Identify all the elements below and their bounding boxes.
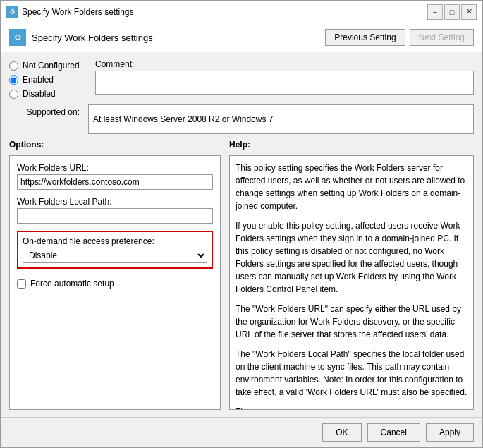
url-input[interactable] — [17, 174, 213, 190]
header-icon: ⚙ — [9, 29, 26, 46]
on-demand-section: On-demand file access preference: Disabl… — [17, 231, 213, 269]
window-controls: − □ ✕ — [427, 4, 477, 20]
local-path-label: Work Folders Local Path: — [17, 197, 213, 207]
next-setting-button[interactable]: Next Setting — [410, 29, 474, 46]
minimize-button[interactable]: − — [427, 4, 443, 20]
disabled-option[interactable]: Disabled — [9, 89, 87, 99]
cancel-button[interactable]: Cancel — [367, 423, 420, 442]
force-setup-label: Force automatic setup — [30, 279, 114, 289]
enabled-radio[interactable] — [9, 75, 18, 85]
maximize-button[interactable]: □ — [444, 4, 460, 20]
radio-comment-row: Not Configured Enabled Disabled Comment: — [9, 59, 474, 99]
close-button[interactable]: ✕ — [461, 4, 477, 20]
comment-section: Comment: — [95, 59, 474, 95]
help-pane: Help: This policy setting specifies the … — [229, 140, 474, 410]
options-pane: Options: Work Folders URL: Work Folders … — [9, 140, 221, 410]
footer: OK Cancel Apply — [1, 417, 482, 447]
header-left: ⚙ Specify Work Folders settings — [9, 29, 153, 46]
header-bar: ⚙ Specify Work Folders settings Previous… — [1, 23, 482, 52]
window-icon: ⚙ — [6, 6, 18, 18]
help-para-5: The ... — [236, 406, 467, 410]
header-title: Specify Work Folders settings — [32, 32, 153, 43]
help-text: This policy setting specifies the Work F… — [229, 155, 474, 410]
supported-value: At least Windows Server 2008 R2 or Windo… — [88, 104, 474, 134]
supported-label: Supported on: — [9, 104, 80, 117]
help-title: Help: — [229, 140, 474, 150]
enabled-option[interactable]: Enabled — [9, 75, 87, 85]
url-label: Work Folders URL: — [17, 163, 213, 173]
radio-group: Not Configured Enabled Disabled — [9, 59, 87, 99]
help-para-3: The "Work Folders URL" can specify eithe… — [236, 303, 467, 341]
window-title: Specify Work Folders settings — [22, 7, 423, 17]
help-para-4: The "Work Folders Local Path" specifies … — [236, 348, 467, 399]
force-setup-option[interactable]: Force automatic setup — [17, 279, 213, 289]
previous-setting-button[interactable]: Previous Setting — [325, 29, 405, 46]
comment-textarea[interactable] — [95, 71, 474, 95]
on-demand-label: On-demand file access preference: — [23, 236, 207, 246]
options-help-row: Options: Work Folders URL: Work Folders … — [9, 140, 474, 410]
not-configured-option[interactable]: Not Configured — [9, 61, 87, 71]
disabled-radio[interactable] — [9, 90, 18, 99]
apply-button[interactable]: Apply — [426, 423, 474, 442]
comment-label: Comment: — [95, 59, 474, 69]
ok-button[interactable]: OK — [322, 423, 361, 442]
header-buttons: Previous Setting Next Setting — [325, 29, 474, 46]
not-configured-radio[interactable] — [9, 61, 18, 71]
local-path-input[interactable] — [17, 208, 213, 224]
main-content: Not Configured Enabled Disabled Comment:… — [1, 52, 482, 417]
local-path-field-group: Work Folders Local Path: — [17, 197, 213, 224]
on-demand-dropdown[interactable]: Disable Enable Not configured — [23, 248, 207, 263]
help-para-2: If you enable this policy setting, affec… — [236, 219, 467, 296]
options-inner: Work Folders URL: Work Folders Local Pat… — [9, 155, 221, 410]
force-setup-checkbox[interactable] — [17, 279, 26, 289]
title-bar: ⚙ Specify Work Folders settings − □ ✕ — [1, 1, 482, 23]
options-title: Options: — [9, 140, 221, 150]
url-field-group: Work Folders URL: — [17, 163, 213, 190]
supported-row: Supported on: At least Windows Server 20… — [9, 104, 474, 134]
main-window: ⚙ Specify Work Folders settings − □ ✕ ⚙ … — [0, 0, 483, 448]
help-para-1: This policy setting specifies the Work F… — [236, 162, 467, 212]
